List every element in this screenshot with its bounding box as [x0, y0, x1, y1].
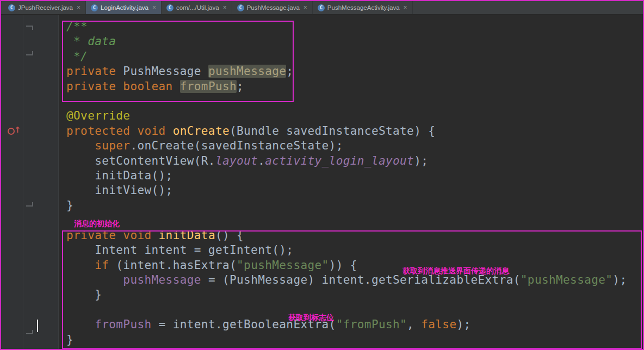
code-token: ;	[237, 80, 244, 93]
code-token: private boolean	[66, 80, 173, 93]
code-token: }	[66, 199, 73, 212]
tab-label: PushMessageActivity.java	[327, 4, 400, 11]
code-token: ;	[286, 65, 293, 78]
code-token: "pushMessage"	[521, 273, 613, 286]
code-token: PushMessage	[116, 65, 208, 78]
code-token: layout	[215, 154, 258, 167]
code-lines[interactable]: /** * data */private PushMessage pushMes…	[66, 20, 643, 347]
code-token	[66, 318, 95, 331]
tab-close-icon[interactable]: ×	[152, 4, 156, 11]
code-token	[173, 80, 180, 93]
code-token: if	[95, 259, 109, 272]
code-line[interactable]: private boolean fromPush;	[66, 79, 643, 94]
code-token: }	[66, 288, 102, 301]
tab-label: JPushReceiver.java	[18, 4, 73, 11]
code-token: */	[66, 50, 88, 63]
code-token: pushMessage	[123, 273, 201, 286]
code-line[interactable]: protected void onCreate(Bundle savedInst…	[66, 124, 643, 139]
code-token: "pushMessage"	[237, 259, 329, 272]
code-token: )) {	[329, 259, 357, 272]
ide-window: CJPushReceiver.java×CLoginActivity.java×…	[0, 0, 644, 350]
code-token: );	[456, 318, 470, 331]
java-class-icon: C	[91, 4, 98, 11]
code-line[interactable]	[66, 303, 643, 317]
code-token: = (PushMessage) intent.getSerializableEx…	[201, 273, 521, 286]
code-line[interactable]: if (intent.hasExtra("pushMessage")) {	[66, 258, 643, 273]
fold-marker-icon[interactable]	[26, 26, 33, 30]
code-token: initData	[159, 229, 215, 242]
code-token: private void	[66, 229, 152, 242]
code-token: );	[414, 154, 428, 167]
code-token: fromPush	[95, 318, 151, 331]
java-class-icon: C	[166, 4, 174, 11]
code-token: private	[66, 65, 116, 78]
editor-pane[interactable]: ↑ /** * data */private PushMessage pushM…	[1, 15, 643, 349]
code-line[interactable]: setContentView(R.layout.activity_login_l…	[66, 154, 643, 168]
text-caret	[37, 320, 38, 332]
java-class-icon: C	[8, 4, 15, 11]
code-line[interactable]: }	[66, 288, 643, 302]
override-arrow-icon[interactable]: ↑	[14, 125, 21, 135]
code-line[interactable]: * data	[66, 34, 643, 49]
code-line[interactable]: */	[66, 49, 643, 64]
code-token: );	[612, 273, 627, 286]
tab-loginactivity-java[interactable]: CLoginActivity.java×	[86, 1, 162, 14]
code-token: setContentView(R.	[66, 154, 215, 167]
tab-close-icon[interactable]: ×	[223, 4, 227, 11]
fold-marker-icon[interactable]	[26, 51, 33, 55]
tab-label: PushMessage.java	[247, 4, 300, 11]
code-token: .	[258, 154, 265, 167]
fold-marker-icon[interactable]	[26, 330, 33, 334]
code-line[interactable]: initData();	[66, 168, 643, 183]
code-line[interactable]: /**	[66, 20, 643, 34]
code-line[interactable]	[66, 213, 643, 228]
code-token: (intent.hasExtra(	[109, 259, 237, 272]
code-token: * data	[66, 35, 116, 48]
tab-pushmessageactivity-java[interactable]: CPushMessageActivity.java×	[313, 1, 413, 14]
code-token: false	[421, 318, 456, 331]
code-line[interactable]	[66, 94, 643, 109]
tab-com-util-java[interactable]: Ccom/.../Util.java×	[162, 1, 232, 14]
code-token	[166, 124, 173, 138]
code-line[interactable]: pushMessage = (PushMessage) intent.getSe…	[66, 273, 643, 288]
tab-close-icon[interactable]: ×	[304, 4, 307, 11]
code-token: @Override	[66, 109, 130, 122]
tab-jpushreceiver-java[interactable]: CJPushReceiver.java×	[3, 1, 86, 14]
code-line[interactable]: @Override	[66, 109, 643, 123]
code-token: onCreate	[173, 124, 230, 138]
code-token	[66, 273, 123, 286]
tab-pushmessage-java[interactable]: CPushMessage.java×	[232, 1, 313, 14]
code-line[interactable]: private void initData() {	[66, 228, 643, 243]
tab-label: LoginActivity.java	[101, 4, 148, 11]
tab-bar: CJPushReceiver.java×CLoginActivity.java×…	[1, 1, 643, 15]
code-token	[66, 259, 95, 272]
code-line[interactable]: Intent intent = getIntent();	[66, 243, 643, 258]
code-token: Intent intent = getIntent();	[66, 243, 293, 257]
code-token: = intent.getBooleanExtra(	[152, 318, 336, 331]
code-token: fromPush	[180, 80, 237, 93]
tab-close-icon[interactable]: ×	[77, 4, 81, 11]
fold-marker-icon[interactable]	[26, 202, 33, 207]
code-token: "fromPush"	[336, 318, 407, 331]
code-line[interactable]: super.onCreate(savedInstanceState);	[66, 139, 643, 153]
code-token: /**	[66, 20, 88, 33]
code-token: () {	[215, 229, 244, 242]
code-token: initData();	[66, 169, 173, 182]
tab-close-icon[interactable]: ×	[404, 4, 407, 11]
code-line[interactable]: fromPush = intent.getBooleanExtra("fromP…	[66, 317, 643, 332]
code-token: .onCreate(savedInstanceState);	[130, 139, 343, 152]
code-token: ,	[407, 318, 421, 331]
code-token: super	[95, 139, 130, 152]
code-token: activity_login_layout	[265, 154, 414, 167]
code-token: pushMessage	[208, 65, 286, 78]
code-line[interactable]: initView();	[66, 183, 643, 198]
code-line[interactable]: }	[66, 333, 643, 347]
editor-gutter	[1, 15, 59, 349]
code-line[interactable]: }	[66, 198, 643, 213]
tab-label: com/.../Util.java	[176, 4, 219, 11]
code-token: protected void	[66, 124, 166, 138]
code-token	[152, 229, 159, 242]
java-class-icon: C	[318, 4, 325, 11]
code-line[interactable]: private PushMessage pushMessage;	[66, 64, 643, 79]
code-token: initView();	[66, 184, 173, 197]
